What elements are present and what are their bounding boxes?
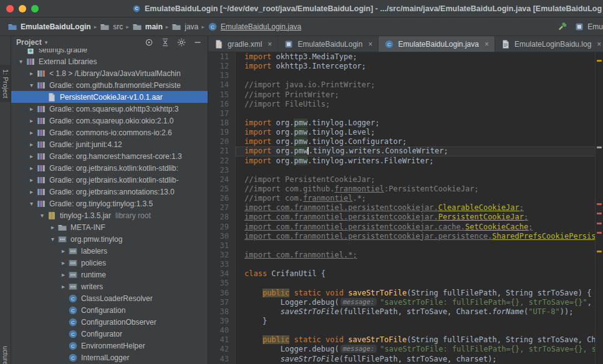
editor-tab[interactable]: </>gradle.xml×	[208, 36, 278, 52]
chevron-right-icon[interactable]: ▸	[27, 176, 36, 183]
chevron-right-icon[interactable]: ▸	[27, 153, 36, 160]
tree-item[interactable]: CConfigurator	[11, 328, 208, 340]
tree-item[interactable]: ▾tinylog-1.3.5.jarlibrary root	[11, 209, 208, 221]
tree-item[interactable]: ▾Gradle: com.github.franmontiel:Persiste	[11, 79, 208, 91]
error-stripe-mark[interactable]	[597, 251, 602, 252]
tree-item[interactable]: ▸Gradle: com.squareup.okhttp3:okhttp:3	[11, 103, 208, 115]
tree-item-label: settings.gradle	[39, 49, 87, 54]
code-line-text: saveStrToFile(fullFilePath, strToSave, c…	[236, 355, 603, 364]
code-token: "UTF-8"	[528, 307, 560, 316]
close-icon[interactable]: ×	[485, 40, 489, 49]
close-window-button[interactable]	[6, 5, 14, 12]
breadcrumb-item[interactable]: main	[130, 22, 165, 32]
tree-item[interactable]: ▸policies	[11, 257, 208, 269]
collapse-all-icon[interactable]	[160, 37, 170, 47]
close-icon[interactable]: ×	[268, 40, 272, 49]
code-token: static	[294, 289, 321, 297]
tool-window-button-structure[interactable]: ucture	[0, 346, 11, 364]
breadcrumb-item[interactable]: CEmulateBaiduLogin.java	[205, 22, 304, 32]
tree-item[interactable]: CClassLoaderResolver	[11, 292, 208, 304]
error-stripe-mark[interactable]	[597, 223, 602, 224]
editor-tab[interactable]: EmulateLoginBaidu.log×	[495, 36, 603, 52]
chevron-right-icon[interactable]: ▸	[59, 247, 68, 254]
code-token: import com.franmontiel.*;	[244, 251, 357, 259]
tree-item[interactable]: PersistentCookieJar-v1.0.1.aar	[11, 91, 208, 103]
code-line-text: import com.franmontiel.*;	[236, 251, 603, 260]
project-view-dropdown[interactable]: Project ▾	[16, 38, 47, 47]
tree-item[interactable]: ▸labelers	[11, 245, 208, 257]
tree-item[interactable]: CEnvironmentHelper	[11, 340, 208, 352]
tree-item[interactable]: ▸Gradle: commons-io:commons-io:2.6	[11, 127, 208, 138]
code-line: 33	[208, 260, 603, 269]
chevron-right-icon[interactable]: ▸	[27, 141, 36, 148]
close-icon[interactable]: ×	[597, 40, 601, 49]
tree-item[interactable]: ▾External Libraries	[11, 55, 208, 67]
tree-item[interactable]: ▸Gradle: org.jetbrains.kotlin:kotlin-std…	[11, 162, 208, 174]
tree-item[interactable]: ▸Gradle: junit:junit:4.12	[11, 138, 208, 150]
chevron-right-icon[interactable]: ▸	[27, 129, 36, 136]
code-line-text: import com.franmontiel.persistentcookiej…	[236, 232, 603, 241]
breadcrumb-item[interactable]: EmulateBaiduLogin	[5, 22, 94, 32]
chevron-right-icon[interactable]: ▸	[27, 165, 36, 171]
code-token: org.	[276, 118, 294, 127]
breadcrumb-item-label: main	[145, 22, 163, 31]
error-stripe-mark[interactable]	[597, 232, 602, 234]
error-stripe-mark[interactable]	[597, 213, 602, 214]
breadcrumb-item[interactable]: src	[97, 22, 125, 32]
chevron-down-icon[interactable]: ▾	[37, 212, 47, 219]
tree-item[interactable]: CInternalLogger	[11, 352, 208, 363]
line-number: 31	[208, 241, 236, 251]
minimize-window-button[interactable]	[19, 5, 26, 12]
code-token	[321, 289, 326, 297]
close-icon[interactable]: ×	[368, 40, 372, 49]
code-token: (fullFilePath, strToSave, charset);	[339, 355, 497, 363]
tree-item[interactable]: ▸Gradle: com.squareup.okio:okio:2.1.0	[11, 115, 208, 127]
chevron-down-icon[interactable]: ▾	[27, 82, 36, 89]
chevron-down-icon[interactable]: ▾	[48, 236, 57, 242]
editor-tab[interactable]: CEmulateBaiduLogin.java×	[379, 36, 494, 52]
hide-panel-icon[interactable]	[193, 37, 203, 47]
chevron-right-icon[interactable]: ▸	[59, 271, 68, 278]
chevron-right-icon[interactable]: ▸	[27, 105, 36, 112]
line-number: 38	[208, 307, 236, 317]
line-number: 13	[208, 71, 236, 80]
error-stripe-mark[interactable]	[597, 146, 602, 148]
locate-file-icon[interactable]	[144, 37, 154, 47]
tree-item[interactable]: ▸runtime	[11, 269, 208, 280]
tree-item[interactable]: settings.gradle	[11, 49, 208, 55]
tree-item[interactable]: ▸writers	[11, 280, 208, 292]
tree-item[interactable]: ▸META-INF	[11, 221, 208, 233]
error-stripe-mark[interactable]	[597, 60, 602, 62]
breadcrumb-item[interactable]: java	[169, 22, 201, 32]
tree-item[interactable]: ▸< 1.8 > /Library/Java/JavaVirtualMachin	[11, 67, 208, 79]
tree-item[interactable]: ▸Gradle: org.jetbrains:annotations:13.0	[11, 186, 208, 198]
package-icon	[57, 234, 67, 244]
code-token: ClearableCookieJar	[438, 203, 519, 212]
chevron-right-icon[interactable]: ▸	[59, 283, 68, 290]
chevron-right-icon[interactable]: ▸	[27, 70, 36, 77]
code-area[interactable]: 11import okhttp3.MediaType;12import okht…	[208, 52, 603, 364]
tree-item[interactable]: ▾org.pmw.tinylog	[11, 233, 208, 245]
tool-window-button-project[interactable]: 1: Project	[0, 65, 11, 102]
tree-item[interactable]: ▸Gradle: org.jetbrains.kotlin:kotlin-std…	[11, 174, 208, 186]
tree-item[interactable]: ▾Gradle: org.tinylog:tinylog:1.3.5	[11, 198, 208, 209]
maximize-window-button[interactable]	[31, 5, 39, 12]
chevron-right-icon[interactable]: ▸	[59, 259, 68, 266]
code-token: okhttp3.MediaType;	[276, 52, 357, 61]
build-hammer-icon[interactable]	[557, 21, 569, 32]
chevron-right-icon[interactable]: ▸	[27, 117, 36, 124]
error-stripe-mark[interactable]	[597, 203, 602, 205]
chevron-right-icon[interactable]: ▸	[27, 188, 36, 195]
tree-item[interactable]: CConfiguration	[11, 304, 208, 316]
code-token: PersistentCookieJar	[438, 213, 524, 221]
tree-item[interactable]: CConfigurationObserver	[11, 316, 208, 328]
chevron-down-icon[interactable]: ▾	[16, 58, 26, 65]
tree-item[interactable]: ▸Gradle: org.hamcrest:hamcrest-core:1.3	[11, 150, 208, 162]
run-configuration-selector[interactable]: Emu	[574, 22, 603, 32]
code-token: import	[244, 128, 276, 136]
chevron-down-icon[interactable]: ▾	[27, 200, 36, 207]
gear-icon[interactable]	[176, 37, 186, 47]
chevron-right-icon[interactable]: ▸	[48, 224, 57, 231]
editor-tab[interactable]: EmulateBaiduLogin×	[278, 36, 379, 52]
error-stripe	[595, 52, 603, 364]
